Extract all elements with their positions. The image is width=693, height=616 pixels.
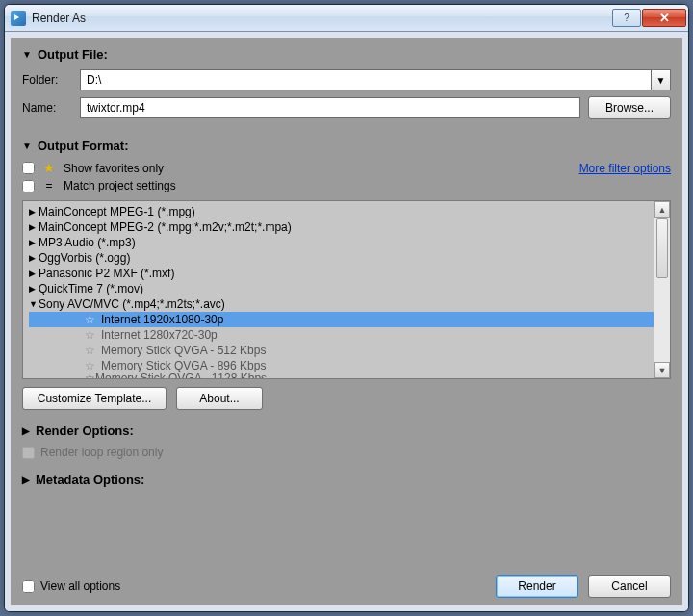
render-options-section: ▶ Render Options: Render loop region onl… [22,424,671,459]
format-item[interactable]: ▶MainConcept MPEG-1 (*.mpg) [29,204,654,219]
format-item[interactable]: ▶QuickTime 7 (*.mov) [29,281,654,296]
chevron-right-icon: ▶ [29,219,38,235]
section-label: Output Format: [38,139,129,153]
name-input[interactable] [80,97,580,118]
name-label: Name: [22,101,80,115]
chevron-right-icon: ▶ [29,235,38,250]
chevron-right-icon: ▶ [29,266,38,281]
help-button[interactable]: ? [612,9,641,27]
star-outline-icon: ☆ [85,373,95,379]
titlebar[interactable]: Render As ? ✕ [5,5,688,32]
format-item[interactable]: ▶OggVorbis (*.ogg) [29,250,654,266]
scroll-up-button[interactable]: ▲ [654,201,670,218]
match-project-checkbox[interactable] [22,180,35,192]
chevron-down-icon: ▼ [29,296,38,312]
show-favorites-checkbox[interactable] [22,162,35,174]
section-label: Render Options: [36,424,134,438]
output-file-heading[interactable]: ▼ Output File: [22,47,671,62]
window-title: Render As [32,12,612,25]
star-outline-icon: ☆ [85,343,95,358]
loop-region-label: Render loop region only [40,446,163,459]
folder-input[interactable] [80,69,652,90]
render-options-heading[interactable]: ▶ Render Options: [22,424,671,438]
about-button[interactable]: About... [176,387,263,410]
format-item[interactable]: ▶Panasonic P2 MXF (*.mxf) [29,266,654,281]
star-outline-icon: ☆ [85,312,95,327]
render-button[interactable]: Render [496,575,578,598]
view-all-row[interactable]: View all options [22,579,120,593]
dialog-footer: View all options Render Cancel [22,569,671,598]
folder-dropdown-button[interactable]: ▼ [652,69,671,90]
format-item[interactable]: ▶MP3 Audio (*.mp3) [29,235,654,250]
loop-region-checkbox [22,447,35,459]
output-file-section: ▼ Output File: Folder: ▼ Name: Browse... [22,47,671,125]
chevron-right-icon: ▶ [22,475,30,485]
dialog-client: ▼ Output File: Folder: ▼ Name: Browse... [5,32,688,611]
template-item[interactable]: ☆Memory Stick QVGA - 1128 Kbps [29,373,654,379]
cancel-button[interactable]: Cancel [588,575,671,598]
match-project-label: Match project settings [64,179,176,192]
format-list[interactable]: ▶MainConcept MPEG-1 (*.mpg) ▶MainConcept… [22,200,671,379]
chevron-right-icon: ▶ [29,281,38,296]
folder-combo[interactable]: ▼ [80,69,671,90]
equals-icon: = [42,179,56,192]
chevron-down-icon: ▼ [22,141,32,151]
scroll-down-button[interactable]: ▼ [654,362,670,378]
section-label: Output File: [38,47,108,62]
browse-button[interactable]: Browse... [588,96,671,119]
loop-region-row: Render loop region only [22,446,671,459]
metadata-section: ▶ Metadata Options: [22,473,671,495]
more-filter-link[interactable]: More filter options [579,162,671,175]
scroll-thumb[interactable] [656,218,668,278]
metadata-heading[interactable]: ▶ Metadata Options: [22,473,671,487]
folder-label: Folder: [22,73,80,87]
format-item[interactable]: ▶MainConcept MPEG-2 (*.mpg;*.m2v;*.m2t;*… [29,219,654,235]
scrollbar[interactable]: ▲ ▼ [654,201,670,378]
format-item[interactable]: ▼Sony AVC/MVC (*.mp4;*.m2ts;*.avc) [29,296,654,312]
customize-template-button[interactable]: Customize Template... [22,387,167,410]
view-all-checkbox[interactable] [22,580,35,593]
chevron-right-icon: ▶ [22,425,30,436]
section-label: Metadata Options: [36,473,144,487]
chevron-down-icon: ▼ [22,49,32,60]
view-all-label: View all options [40,579,120,593]
template-item[interactable]: ☆Internet 1280x720-30p [29,327,654,343]
star-outline-icon: ☆ [85,327,95,343]
template-item[interactable]: ☆Memory Stick QVGA - 896 Kbps [29,358,654,373]
close-button[interactable]: ✕ [642,9,686,27]
chevron-right-icon: ▶ [29,204,38,219]
show-favorites-label: Show favorites only [64,162,164,175]
output-format-heading[interactable]: ▼ Output Format: [22,139,671,153]
render-as-dialog: Render As ? ✕ ▼ Output File: Folder: ▼ [4,4,689,612]
template-item[interactable]: ☆Memory Stick QVGA - 512 Kbps [29,343,654,358]
app-icon [11,11,26,26]
output-format-section: ▼ Output Format: ★ Show favorites only M… [22,139,671,410]
star-icon: ★ [43,161,55,175]
chevron-right-icon: ▶ [29,250,38,266]
star-outline-icon: ☆ [85,358,95,373]
template-item[interactable]: ☆Internet 1920x1080-30p [29,312,654,327]
